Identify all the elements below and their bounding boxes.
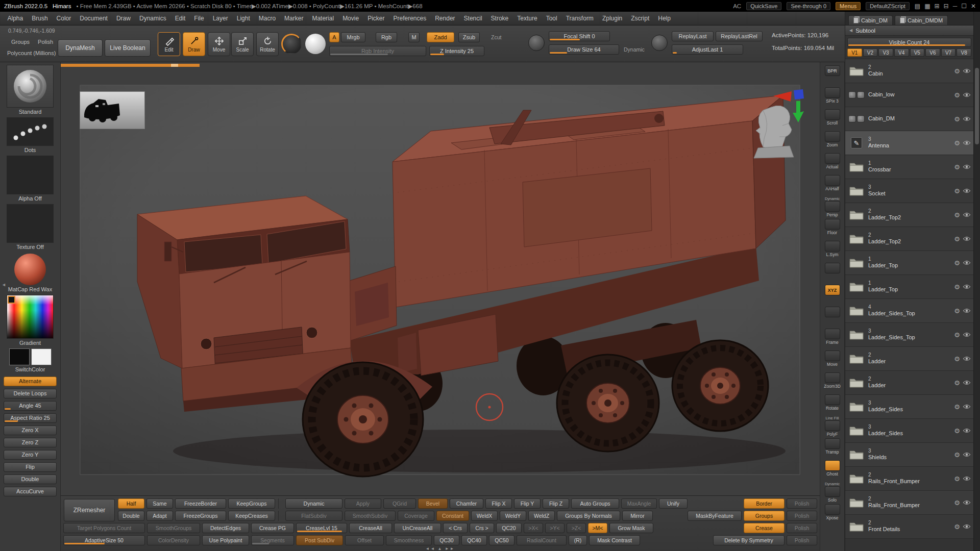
geo-unify[interactable]: Unify	[659, 498, 688, 509]
geo-half[interactable]: Half	[118, 498, 144, 509]
palette-zero-y[interactable]: Zero Y	[4, 450, 57, 460]
panel-collapse-arrow-left[interactable]: ◄	[2, 282, 6, 287]
palette-alternate[interactable]: Alternate	[4, 377, 57, 386]
zremesher-button[interactable]: ZRemesher	[64, 499, 115, 521]
z-intensity-slider[interactable]: Z Intensity 25	[429, 46, 484, 56]
strip-persp-button[interactable]: DynamicPersp	[825, 197, 840, 219]
window-control-icon[interactable]: ⊞	[935, 3, 940, 10]
focal-shift-slider[interactable]: Focal Shift 0	[549, 31, 610, 41]
rgb-intensity-slider[interactable]: Rgb Intensity	[329, 46, 426, 56]
geo-use-polypaint[interactable]: Use Polypaint	[202, 535, 249, 545]
menu-edit[interactable]: Edit	[170, 13, 190, 24]
gear-icon[interactable]: ⚙	[954, 379, 960, 387]
eye-icon[interactable]	[963, 92, 971, 97]
strip-aahalf-button[interactable]: AAHalf	[825, 175, 840, 197]
menu-transform[interactable]: Transform	[561, 13, 598, 24]
subtool-item-rails-front-bumper[interactable]: ✎ 2 Rails_Front_Bumper ⚙	[845, 491, 973, 515]
gear-icon[interactable]: ⚙	[954, 355, 960, 363]
geo-freezegroups[interactable]: FreezeGroups	[175, 511, 226, 521]
geo-radialcount[interactable]: RadialCount	[517, 535, 567, 545]
subtool-item-shields[interactable]: ✎ 3 Shields ⚙	[845, 443, 973, 467]
visibility-v4-button[interactable]: V4	[894, 48, 909, 57]
visibility-v8-button[interactable]: V8	[957, 48, 971, 57]
strip-zoom-button[interactable]: Zoom	[825, 131, 840, 153]
quicksave-button[interactable]: QuickSave	[746, 2, 781, 10]
collapse-arrow-icon[interactable]: ◀	[849, 28, 852, 33]
strip-spin-center-button[interactable]	[825, 307, 840, 329]
eye-icon[interactable]	[963, 428, 971, 433]
color-a-button[interactable]: A	[329, 32, 339, 42]
strip-xyz-button[interactable]: XYZ	[825, 285, 840, 307]
subtool-item-socket[interactable]: ✎ 3 Socket ⚙	[845, 179, 973, 203]
geo-qc40[interactable]: QC40	[461, 535, 487, 545]
menu-preferences[interactable]: Preferences	[389, 13, 431, 24]
geo-crs[interactable]: Crs >	[470, 523, 494, 533]
current-brush-tile[interactable]	[7, 65, 54, 108]
strip-move-3d-button[interactable]: Move	[825, 350, 840, 372]
gear-icon[interactable]: ⚙	[954, 115, 960, 123]
menu-zplugin[interactable]: Zplugin	[598, 13, 626, 24]
strip-ghost-button[interactable]: Ghost	[825, 460, 840, 482]
rotate-mode-button[interactable]: Rotate	[256, 32, 279, 56]
geo-chamfer[interactable]: Chamfer	[450, 498, 483, 509]
window-controls[interactable]: ▤▦⊞⊟─☐✕	[915, 3, 976, 10]
subtool-item-ladder-top2[interactable]: ✎ 2 Ladder_Top2 ⚙	[845, 203, 973, 227]
visibility-v3-button[interactable]: V3	[878, 48, 893, 57]
geo-crease-pg[interactable]: Crease PG	[251, 523, 294, 533]
geo-weldy[interactable]: WeldY	[500, 511, 526, 521]
draw-size-dial[interactable]	[651, 35, 668, 51]
strip-frame-button[interactable]: Frame	[825, 329, 840, 350]
geo-polish[interactable]: Polish	[787, 498, 817, 509]
palette-double[interactable]: Double	[4, 474, 57, 484]
live-boolean-button[interactable]: Live Boolean	[105, 39, 151, 57]
replay-last-rel-button[interactable]: ReplayLastRel	[716, 31, 763, 41]
geo-flip-y[interactable]: Flip Y	[514, 498, 541, 509]
menu-light[interactable]: Light	[232, 13, 254, 24]
palette-accucurve[interactable]: AccuCurve	[4, 487, 57, 496]
subtool-item-cabin-dm[interactable]: ✎ Cabin_DM ⚙	[845, 107, 973, 131]
sculpt-canvas[interactable]	[61, 62, 820, 495]
geo-border[interactable]: Border	[744, 498, 785, 509]
eye-icon[interactable]	[963, 500, 971, 505]
move-mode-button[interactable]: Move	[208, 32, 230, 56]
eye-icon[interactable]	[963, 164, 971, 169]
geo-polish[interactable]: Polish	[787, 535, 817, 545]
geo-crease[interactable]: Crease	[744, 523, 785, 533]
strip-solo-button[interactable]: DynamicSolo	[825, 482, 840, 504]
gear-icon[interactable]: ⚙	[954, 403, 960, 411]
geo-detectedges[interactable]: DetectEdges	[202, 523, 249, 533]
geo-coverage[interactable]: Coverage	[398, 511, 434, 521]
default-zscript-button[interactable]: DefaultZScript	[866, 2, 910, 10]
subtool-item-antenna[interactable]: ✎ 3 Antenna ⚙	[845, 131, 973, 155]
current-material-sphere[interactable]	[281, 34, 302, 54]
zsub-button[interactable]: Zsub	[458, 32, 480, 42]
geo-smoothgroups[interactable]: SmoothGroups	[147, 523, 200, 533]
focal-shift-dial[interactable]	[528, 35, 545, 51]
geo-creaseall[interactable]: CreaseAll	[349, 523, 392, 533]
menu-layer[interactable]: Layer	[208, 13, 232, 24]
gear-icon[interactable]: ⚙	[954, 211, 960, 219]
dynamesh-button[interactable]: DynaMesh	[58, 39, 103, 57]
eye-icon[interactable]	[963, 524, 971, 529]
menu-zscript[interactable]: Zscript	[627, 13, 654, 24]
menu-stroke[interactable]: Stroke	[486, 13, 513, 24]
zadd-button[interactable]: Zadd	[427, 32, 454, 42]
geo-dynamic[interactable]: Dynamic	[285, 498, 342, 509]
geo-adaptivesize-50[interactable]: AdaptiveSize 50	[63, 535, 145, 545]
geo-polish[interactable]: Polish	[787, 523, 817, 533]
eye-icon[interactable]	[963, 116, 971, 121]
eye-icon[interactable]	[963, 356, 971, 361]
geo-qc50[interactable]: QC50	[489, 535, 514, 545]
geo-maskbyfeature[interactable]: MaskByFeature	[688, 511, 742, 521]
mrgb-button[interactable]: Mrgb	[341, 32, 365, 42]
window-control-icon[interactable]: ▦	[924, 3, 930, 10]
geo-groups-by-normals[interactable]: Groups By Normals	[557, 511, 620, 521]
current-stroke-tile[interactable]	[7, 117, 54, 146]
subtool-item-ladder-sides-top[interactable]: ✎ 4 Ladder_Sides_Top ⚙	[845, 299, 973, 323]
geo-target-polygons-count[interactable]: Target Polygons Count	[63, 523, 145, 533]
palette-zero-z[interactable]: Zero Z	[4, 438, 57, 447]
geo-r[interactable]: (R)	[569, 535, 587, 545]
current-color-swatch[interactable]	[8, 296, 15, 304]
polish-label[interactable]: Polish	[38, 39, 53, 45]
gear-icon[interactable]: ⚙	[954, 451, 960, 459]
